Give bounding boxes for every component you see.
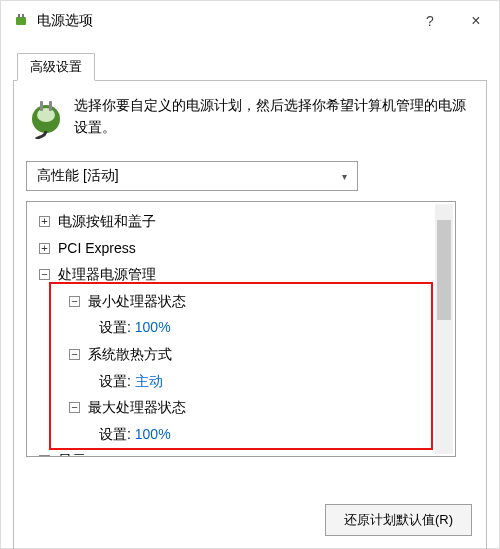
tree-row[interactable]: +显示 bbox=[33, 447, 435, 457]
close-button[interactable]: × bbox=[453, 6, 499, 36]
tree-scrollbar[interactable] bbox=[435, 204, 453, 454]
tab-body: 选择你要自定义的电源计划，然后选择你希望计算机管理的电源设置。 高性能 [活动]… bbox=[13, 81, 487, 549]
expand-icon[interactable]: + bbox=[39, 455, 50, 457]
tree-label: 设置: bbox=[99, 426, 131, 442]
tree-value[interactable]: 100% bbox=[135, 319, 171, 335]
svg-rect-0 bbox=[16, 17, 26, 25]
tree-label: 处理器电源管理 bbox=[58, 266, 156, 282]
tree-row[interactable]: +PCI Express bbox=[33, 235, 435, 262]
tree-row[interactable]: −最小处理器状态 bbox=[33, 288, 435, 315]
collapse-icon[interactable]: − bbox=[39, 269, 50, 280]
tree-label: 最大处理器状态 bbox=[88, 399, 186, 415]
tree-label: 设置: bbox=[99, 373, 131, 389]
power-plug-icon bbox=[28, 95, 64, 139]
tree-row[interactable]: 设置: 100% bbox=[33, 314, 435, 341]
tab-header: 高级设置 bbox=[13, 53, 487, 81]
collapse-icon[interactable]: − bbox=[69, 402, 80, 413]
app-icon bbox=[13, 13, 29, 29]
power-plan-dropdown[interactable]: 高性能 [活动] ▾ bbox=[26, 161, 358, 191]
tree-label: 系统散热方式 bbox=[88, 346, 172, 362]
tree-row[interactable]: 设置: 主动 bbox=[33, 368, 435, 395]
settings-tree-body: +电源按钮和盖子+PCI Express−处理器电源管理−最小处理器状态设置: … bbox=[27, 202, 435, 456]
tree-row[interactable]: −最大处理器状态 bbox=[33, 394, 435, 421]
tree-label: PCI Express bbox=[58, 240, 136, 256]
tree-label: 显示 bbox=[58, 452, 86, 457]
expand-icon[interactable]: + bbox=[39, 243, 50, 254]
tree-row[interactable]: 设置: 100% bbox=[33, 421, 435, 448]
tree-row[interactable]: +电源按钮和盖子 bbox=[33, 208, 435, 235]
restore-defaults-button[interactable]: 还原计划默认值(R) bbox=[325, 504, 472, 536]
settings-tree: +电源按钮和盖子+PCI Express−处理器电源管理−最小处理器状态设置: … bbox=[26, 201, 456, 457]
tree-value[interactable]: 100% bbox=[135, 426, 171, 442]
svg-rect-1 bbox=[18, 14, 20, 18]
description-text: 选择你要自定义的电源计划，然后选择你希望计算机管理的电源设置。 bbox=[74, 95, 472, 139]
collapse-icon[interactable]: − bbox=[69, 296, 80, 307]
tree-row[interactable]: −处理器电源管理 bbox=[33, 261, 435, 288]
tree-value[interactable]: 主动 bbox=[135, 373, 163, 389]
tree-label: 设置: bbox=[99, 319, 131, 335]
expand-icon[interactable]: + bbox=[39, 216, 50, 227]
help-button[interactable]: ? bbox=[407, 6, 453, 36]
titlebar: 电源选项 ? × bbox=[1, 1, 499, 41]
collapse-icon[interactable]: − bbox=[69, 349, 80, 360]
tree-label: 电源按钮和盖子 bbox=[58, 213, 156, 229]
svg-point-4 bbox=[37, 108, 55, 122]
tree-label: 最小处理器状态 bbox=[88, 293, 186, 309]
chevron-down-icon: ▾ bbox=[342, 171, 347, 182]
power-options-window: 电源选项 ? × 高级设置 选择你要自定义的电源计划，然后选择你希望计算机管理的… bbox=[0, 0, 500, 549]
description-row: 选择你要自定义的电源计划，然后选择你希望计算机管理的电源设置。 bbox=[28, 95, 472, 139]
svg-rect-5 bbox=[40, 101, 43, 111]
svg-rect-2 bbox=[22, 14, 24, 18]
svg-rect-6 bbox=[49, 101, 52, 111]
power-plan-selected: 高性能 [活动] bbox=[37, 167, 119, 185]
tab-advanced-settings[interactable]: 高级设置 bbox=[17, 53, 95, 81]
tree-scrollbar-thumb[interactable] bbox=[437, 220, 451, 320]
tree-row[interactable]: −系统散热方式 bbox=[33, 341, 435, 368]
window-title: 电源选项 bbox=[37, 12, 407, 30]
